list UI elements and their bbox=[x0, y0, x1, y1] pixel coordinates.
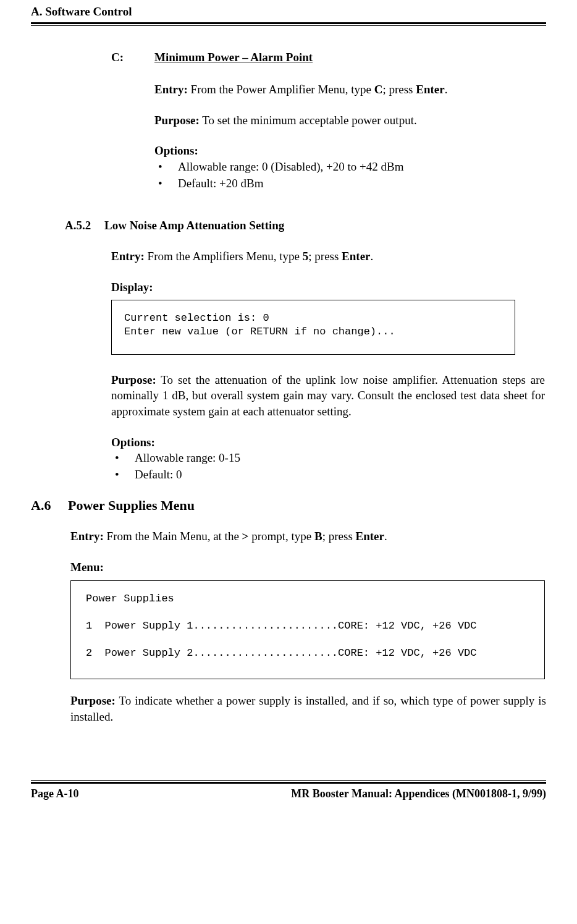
entry-text2: ; press bbox=[382, 83, 416, 96]
bullet-icon: • bbox=[111, 450, 135, 467]
page-footer: Page A-10 MR Booster Manual: Appendices … bbox=[31, 787, 546, 807]
section-a6-title: Power Supplies Menu bbox=[68, 498, 195, 513]
list-item: •Allowable range: 0-15 bbox=[111, 450, 546, 467]
display-label: Display: bbox=[111, 281, 153, 294]
section-c-options-label: Options: bbox=[154, 143, 546, 159]
options-label: Options: bbox=[111, 436, 155, 449]
section-c-title: Minimum Power – Alarm Point bbox=[154, 51, 313, 64]
entry-text3: ; press bbox=[322, 530, 356, 543]
options-label: Options: bbox=[154, 144, 198, 157]
section-a52-title: Low Noise Amp Attenuation Setting bbox=[104, 219, 284, 232]
entry-key: B bbox=[314, 530, 322, 543]
section-c-options-list: •Allowable range: 0 (Disabled), +20 to +… bbox=[154, 159, 546, 192]
entry-key: C bbox=[374, 83, 383, 96]
list-item-text: Default: +20 dBm bbox=[178, 176, 263, 192]
list-item: •Default: 0 bbox=[111, 467, 546, 483]
list-item-text: Allowable range: 0-15 bbox=[135, 450, 240, 467]
section-a6-heading: A.6Power Supplies Menu bbox=[31, 498, 546, 514]
section-a6-purpose: Purpose: To indicate whether a power sup… bbox=[70, 693, 546, 724]
page-header-title: A. Software Control bbox=[31, 0, 546, 22]
section-a6-num: A.6 bbox=[31, 498, 68, 514]
entry-label: Entry: bbox=[70, 530, 104, 543]
section-a52-display-label: Display: bbox=[111, 279, 546, 295]
purpose-text: To set the minimum acceptable power outp… bbox=[200, 114, 417, 127]
menu-line2: 1 Power Supply 1.......................C… bbox=[86, 620, 477, 632]
purpose-label: Purpose: bbox=[111, 373, 156, 386]
section-a52-heading: A.5.2Low Noise Amp Attenuation Setting bbox=[65, 219, 546, 232]
bullet-icon: • bbox=[154, 159, 178, 176]
footer-divider bbox=[31, 780, 546, 784]
entry-text2: prompt, type bbox=[248, 530, 314, 543]
entry-prompt: > bbox=[242, 530, 249, 543]
entry-text3: . bbox=[445, 83, 448, 96]
header-divider bbox=[31, 22, 546, 26]
display-box: Current selection is: 0 Enter new value … bbox=[111, 300, 515, 354]
bullet-icon: • bbox=[154, 176, 178, 192]
list-item: •Default: +20 dBm bbox=[154, 176, 546, 192]
entry-key: 5 bbox=[303, 250, 309, 263]
footer-right: MR Booster Manual: Appendices (MN001808-… bbox=[291, 787, 546, 800]
entry-label: Entry: bbox=[154, 83, 188, 96]
display-line2: Enter new value (or RETURN if no change)… bbox=[124, 325, 502, 339]
purpose-text: To indicate whether a power supply is in… bbox=[70, 694, 546, 723]
display-line1: Current selection is: 0 bbox=[124, 312, 502, 325]
section-a6-menu-label: Menu: bbox=[70, 559, 546, 575]
entry-enter: Enter bbox=[342, 250, 370, 263]
entry-enter: Enter bbox=[356, 530, 384, 543]
list-item: •Allowable range: 0 (Disabled), +20 to +… bbox=[154, 159, 546, 176]
list-item-text: Default: 0 bbox=[135, 467, 182, 483]
entry-text2: ; press bbox=[308, 250, 342, 263]
entry-text1: From the Main Menu, at the bbox=[104, 530, 242, 543]
menu-line1: Power Supplies bbox=[86, 593, 174, 604]
section-c-heading: C:Minimum Power – Alarm Point bbox=[111, 51, 546, 64]
section-a52-entry: Entry: From the Amplifiers Menu, type 5;… bbox=[111, 248, 546, 265]
section-c-entry: Entry: From the Power Amplifier Menu, ty… bbox=[154, 82, 546, 98]
section-a6-entry: Entry: From the Main Menu, at the > prom… bbox=[70, 528, 546, 545]
entry-text3: . bbox=[371, 250, 374, 263]
section-a52-purpose: Purpose: To set the attenuation of the u… bbox=[111, 372, 546, 420]
entry-enter: Enter bbox=[416, 83, 444, 96]
menu-box: Power Supplies 1 Power Supply 1.........… bbox=[70, 580, 545, 679]
entry-label: Entry: bbox=[111, 250, 145, 263]
list-item-text: Allowable range: 0 (Disabled), +20 to +4… bbox=[178, 159, 403, 176]
section-a52-options-label: Options: bbox=[111, 434, 546, 451]
menu-label: Menu: bbox=[70, 561, 104, 574]
entry-text1: From the Power Amplifier Menu, type bbox=[188, 83, 374, 96]
section-a52-options-list: •Allowable range: 0-15 •Default: 0 bbox=[111, 450, 546, 483]
section-c-purpose: Purpose: To set the minimum acceptable p… bbox=[154, 112, 546, 129]
footer-left: Page A-10 bbox=[31, 787, 78, 800]
purpose-label: Purpose: bbox=[70, 694, 116, 707]
entry-text1: From the Amplifiers Menu, type bbox=[145, 250, 303, 263]
bullet-icon: • bbox=[111, 467, 135, 483]
purpose-text: To set the attenuation of the uplink low… bbox=[111, 373, 545, 418]
purpose-label: Purpose: bbox=[154, 114, 200, 127]
section-c-prefix: C: bbox=[111, 51, 154, 64]
section-a52-num: A.5.2 bbox=[65, 219, 104, 232]
menu-line3: 2 Power Supply 2.......................C… bbox=[86, 647, 477, 659]
entry-text4: . bbox=[384, 530, 387, 543]
